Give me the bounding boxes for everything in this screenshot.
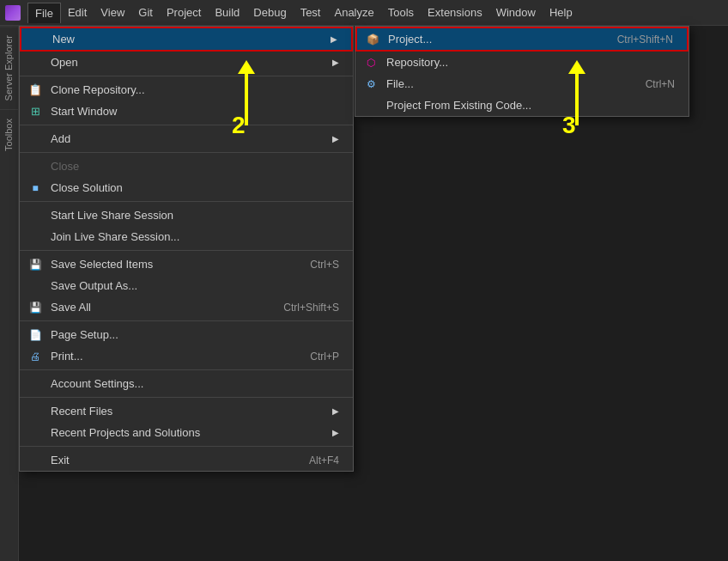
menu-build[interactable]: Build [208,3,246,22]
menu-item-save-output[interactable]: Save Output As... [20,275,353,296]
menu-item-page-setup-label: Page Setup... [51,328,339,341]
submenu-project-from-code-label: Project From Existing Code... [386,99,675,112]
menu-item-start-window-label: Start Window [51,105,339,118]
separator-5 [20,250,353,251]
recent-projects-arrow-icon: ▶ [332,428,339,437]
separator-4 [20,201,353,202]
menu-item-save-selected-label: Save Selected Items [51,258,276,271]
side-panel: Server Explorer Toolbox [0,26,19,561]
menu-item-page-setup[interactable]: 📄 Page Setup... [20,324,353,345]
open-arrow-icon: ▶ [332,58,339,67]
separator-1 [20,76,353,76]
menu-item-join-live-share[interactable]: Join Live Share Session... [20,226,353,247]
save-all-icon: 💾 [27,299,44,316]
arrow-right-icon: ▶ [331,34,337,44]
close-solution-icon: ■ [27,180,44,197]
menu-project[interactable]: Project [160,3,208,22]
menu-item-new-label: New [52,33,331,46]
print-icon: 🖨 [27,348,44,365]
menu-item-account-settings-label: Account Settings... [51,377,339,390]
toolbox-tab[interactable]: Toolbox [0,109,18,160]
menu-help[interactable]: Help [543,3,579,22]
separator-6 [20,320,353,321]
page-setup-icon: 📄 [27,326,44,344]
menu-item-exit-label: Exit [51,454,275,466]
submenu-file-shortcut: Ctrl+N [646,78,675,90]
menu-item-new[interactable]: New ▶ [20,27,353,52]
menu-item-clone-label: Clone Repository... [51,83,339,96]
menu-tools[interactable]: Tools [381,3,421,22]
submenu-project-label: Project... [388,33,583,46]
save-all-shortcut: Ctrl+Shift+S [283,302,339,314]
vs-logo-icon [5,5,21,21]
submenu-repository-label: Repository... [386,56,675,69]
repository-icon: ⬡ [362,54,379,71]
menu-item-save-selected[interactable]: 💾 Save Selected Items Ctrl+S [20,253,353,275]
print-shortcut: Ctrl+P [310,351,339,363]
menu-item-add-label: Add [51,132,332,145]
menu-item-open-label: Open [51,56,332,69]
menu-item-close[interactable]: Close [20,155,353,177]
menu-item-print[interactable]: 🖨 Print... Ctrl+P [20,345,353,367]
separator-9 [20,446,353,447]
menu-item-account-settings[interactable]: Account Settings... [20,373,353,394]
menubar: File Edit View Git Project Build Debug T… [0,0,728,26]
submenu-project-shortcut: Ctrl+Shift+N [617,34,673,46]
menu-view[interactable]: View [94,3,131,22]
new-submenu-dropdown: 📦 Project... Ctrl+Shift+N ⬡ Repository..… [355,26,689,117]
menu-item-recent-projects-label: Recent Projects and Solutions [51,426,332,439]
menu-item-start-live-share[interactable]: Start Live Share Session [20,204,353,226]
file-icon: ⚙ [362,76,379,93]
menu-file[interactable]: File [27,3,61,23]
separator-3 [20,152,353,153]
menu-item-open[interactable]: Open ▶ [20,52,353,73]
content-area: New ▶ Open ▶ 📋 Clone Repository... ⊞ Sta… [19,26,728,561]
separator-8 [20,397,353,398]
menu-item-recent-files[interactable]: Recent Files ▶ [20,400,353,422]
menu-item-close-solution-label: Close Solution [51,181,339,194]
menu-debug[interactable]: Debug [246,3,293,22]
menu-item-close-solution[interactable]: ■ Close Solution [20,177,353,198]
menu-item-print-label: Print... [51,350,276,363]
menu-item-add[interactable]: Add ▶ [20,128,353,149]
project-icon: 📦 [364,31,381,48]
server-explorer-tab[interactable]: Server Explorer [0,26,18,109]
menu-item-clone[interactable]: 📋 Clone Repository... [20,79,353,101]
submenu-file-label: File... [386,77,611,90]
menu-edit[interactable]: Edit [61,3,94,22]
menu-analyze[interactable]: Analyze [327,3,380,22]
submenu-item-repository[interactable]: ⬡ Repository... [355,52,689,73]
menu-item-start-window[interactable]: ⊞ Start Window [20,101,353,122]
recent-files-arrow-icon: ▶ [332,406,339,416]
main-area: Server Explorer Toolbox New ▶ Open ▶ 📋 C… [0,26,728,561]
save-selected-icon: 💾 [27,256,44,273]
file-menu-dropdown: New ▶ Open ▶ 📋 Clone Repository... ⊞ Sta… [19,26,354,472]
menu-item-save-output-label: Save Output As... [51,279,339,292]
menu-extensions[interactable]: Extensions [421,3,489,22]
submenu-item-file[interactable]: ⚙ File... Ctrl+N [355,73,689,95]
menu-item-close-label: Close [51,160,339,173]
menu-window[interactable]: Window [489,3,543,22]
add-arrow-icon: ▶ [332,134,339,143]
menu-git[interactable]: Git [131,3,160,22]
clone-icon: 📋 [27,82,44,99]
app-logo [3,3,22,22]
menu-item-start-live-share-label: Start Live Share Session [51,209,339,222]
menu-item-save-all-label: Save All [51,301,249,314]
menu-item-join-live-share-label: Join Live Share Session... [51,230,339,243]
menu-test[interactable]: Test [294,3,328,22]
separator-7 [20,369,353,370]
exit-shortcut: Alt+F4 [309,454,339,466]
menu-item-recent-projects[interactable]: Recent Projects and Solutions ▶ [20,422,353,443]
menu-item-recent-files-label: Recent Files [51,405,332,418]
save-selected-shortcut: Ctrl+S [310,259,339,271]
menu-item-exit[interactable]: Exit Alt+F4 [20,449,353,471]
submenu-item-project-from-code[interactable]: Project From Existing Code... [355,95,689,116]
start-window-icon: ⊞ [27,103,44,120]
submenu-item-project[interactable]: 📦 Project... Ctrl+Shift+N [355,27,689,52]
separator-2 [20,125,353,125]
menu-item-save-all[interactable]: 💾 Save All Ctrl+Shift+S [20,296,353,318]
